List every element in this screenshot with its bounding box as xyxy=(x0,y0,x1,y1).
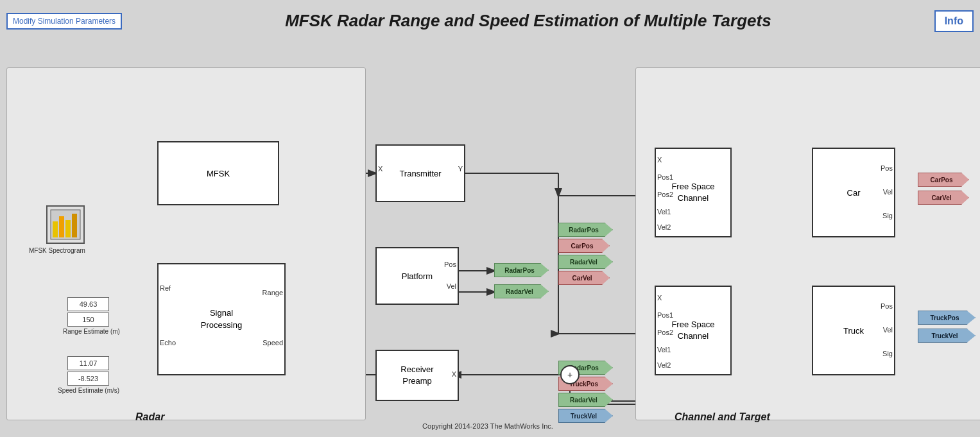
radarpos-from-platform: RadarPos xyxy=(494,263,549,277)
fsc2-vel2-port: Vel2 xyxy=(657,361,671,369)
platform-label: Platform xyxy=(402,271,433,281)
speed-display-2: -8.523 xyxy=(67,372,109,386)
platform-pos-port: Pos xyxy=(444,261,456,268)
truck-vel-port: Vel xyxy=(883,326,893,334)
receiver-x-port: X xyxy=(452,370,456,378)
sigproc-label-line1: Signal xyxy=(201,307,242,319)
receiver-label-line1: Receiver xyxy=(400,364,433,375)
spectrogram-icon xyxy=(46,205,85,244)
fsc1-block: Free Space Channel X Pos1 Pos2 Vel1 Vel2 xyxy=(655,148,732,237)
transmitter-label: Transmitter xyxy=(399,169,441,178)
mfsk-block: MFSK xyxy=(157,141,279,205)
signal-processing-block: Signal Processing Ref Echo Range Speed xyxy=(157,263,286,375)
fsc1-pos2-port: Pos2 xyxy=(657,191,673,198)
car-label: Car xyxy=(847,188,861,198)
truckvel-output-tag: TruckVel xyxy=(918,329,976,343)
carpos-tag-fsc1-pos2: CarPos xyxy=(558,239,610,253)
copyright-label: Copyright 2014-2023 The MathWorks Inc. xyxy=(366,422,610,430)
radarvel-from-platform: RadarVel xyxy=(494,284,549,298)
receiver-preamp-block: Receiver Preamp X xyxy=(375,350,459,401)
spectrogram-label: MFSK Spectrogram xyxy=(29,247,85,254)
radarvel-tag-fsc1-vel1: RadarVel xyxy=(558,255,613,269)
platform-vel-port: Vel xyxy=(447,282,456,290)
radarvel-tag-fsc2-vel1: RadarVel xyxy=(558,393,613,407)
svg-rect-37 xyxy=(72,214,77,237)
sum-junction: + xyxy=(560,365,580,384)
truck-block: Truck Pos Vel Sig xyxy=(812,286,895,375)
platform-block: Platform Pos Vel xyxy=(375,247,459,305)
info-button[interactable]: Info xyxy=(934,10,974,32)
fsc1-vel2-port: Vel2 xyxy=(657,223,671,231)
fsc2-x-port: X xyxy=(657,294,662,302)
range-estimate-label: Range Estimate (m) xyxy=(63,328,120,335)
carpos-output-tag: CarPos xyxy=(918,173,969,187)
fsc2-pos1-port: Pos1 xyxy=(657,311,673,319)
car-vel-port: Vel xyxy=(883,188,893,196)
radarpos-tag-fsc1-pos1: RadarPos xyxy=(558,223,613,237)
truckpos-output-tag: TruckPos xyxy=(918,311,976,325)
diagram-area: Radar Channel and Target Copyright 2014-… xyxy=(6,42,974,433)
carvel-output-tag: CarVel xyxy=(918,191,969,205)
fsc2-pos2-port: Pos2 xyxy=(657,329,673,336)
sigproc-speed-port: Speed xyxy=(262,339,283,347)
truckvel-tag-fsc2-vel2: TruckVel xyxy=(558,409,613,423)
fsc2-block: Free Space Channel X Pos1 Pos2 Vel1 Vel2 xyxy=(655,286,732,375)
transmitter-y-port: Y xyxy=(458,165,463,173)
truck-sig-port: Sig xyxy=(882,350,893,357)
range-display-1: 49.63 xyxy=(67,297,109,311)
sigproc-range-port: Range xyxy=(262,289,283,296)
sigproc-echo-port: Echo xyxy=(160,339,176,347)
truck-label: Truck xyxy=(843,326,864,336)
transmitter-block: Transmitter X Y xyxy=(375,144,465,202)
modify-simulation-button[interactable]: Modify Simulation Parameters xyxy=(6,13,122,30)
svg-rect-36 xyxy=(65,220,71,237)
fsc2-vel1-port: Vel1 xyxy=(657,346,671,354)
range-display-2: 150 xyxy=(67,313,109,327)
truck-pos-port: Pos xyxy=(881,302,893,310)
sigproc-ref-port: Ref xyxy=(160,284,171,292)
transmitter-x-port: X xyxy=(378,165,383,173)
fsc1-x-port: X xyxy=(657,156,662,164)
sigproc-label-line2: Processing xyxy=(201,320,242,331)
speed-estimate-label: Speed Estimate (m/s) xyxy=(58,387,119,394)
carvel-tag-fsc1-vel2: CarVel xyxy=(558,271,610,285)
fsc1-vel1-port: Vel1 xyxy=(657,208,671,216)
car-block: Car Pos Vel Sig xyxy=(812,148,895,237)
page-title: MFSK Radar Range and Speed Estimation of… xyxy=(122,11,934,31)
car-sig-port: Sig xyxy=(882,212,893,219)
receiver-label-line2: Preamp xyxy=(400,375,433,387)
radar-section-label: Radar xyxy=(135,411,164,423)
svg-rect-35 xyxy=(59,216,64,237)
channel-section-label: Channel and Target xyxy=(675,411,770,423)
speed-display-1: 11.07 xyxy=(67,356,109,370)
svg-rect-34 xyxy=(53,221,58,237)
fsc1-pos1-port: Pos1 xyxy=(657,173,673,181)
car-pos-port: Pos xyxy=(881,164,893,172)
